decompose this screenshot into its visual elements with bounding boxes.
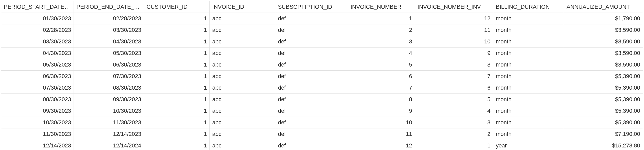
- table-cell[interactable]: abc: [209, 36, 275, 48]
- table-cell[interactable]: month: [493, 117, 564, 128]
- table-cell[interactable]: def: [275, 140, 348, 150]
- table-cell[interactable]: 05/30/2023: [1, 59, 74, 71]
- table-cell[interactable]: 10: [348, 117, 415, 128]
- table-cell[interactable]: month: [493, 82, 564, 94]
- table-cell[interactable]: $1,790.00: [564, 13, 643, 24]
- table-cell[interactable]: $5,390.00: [564, 117, 643, 128]
- table-cell[interactable]: 1: [144, 105, 209, 117]
- table-cell[interactable]: 09/30/2023: [1, 105, 74, 117]
- table-cell[interactable]: 03/30/2023: [74, 24, 144, 36]
- table-cell[interactable]: def: [275, 94, 348, 105]
- table-cell[interactable]: def: [275, 82, 348, 94]
- table-cell[interactable]: 11/30/2023: [74, 117, 144, 128]
- table-cell[interactable]: 8: [415, 59, 493, 71]
- table-cell[interactable]: $5,390.00: [564, 94, 643, 105]
- table-cell[interactable]: 08/30/2023: [1, 94, 74, 105]
- table-cell[interactable]: 11: [348, 128, 415, 140]
- table-cell[interactable]: 12/14/2023: [74, 128, 144, 140]
- table-cell[interactable]: abc: [209, 59, 275, 71]
- table-cell[interactable]: abc: [209, 128, 275, 140]
- table-cell[interactable]: 7: [348, 82, 415, 94]
- table-cell[interactable]: 6: [415, 82, 493, 94]
- table-cell[interactable]: def: [275, 24, 348, 36]
- table-cell[interactable]: month: [493, 94, 564, 105]
- column-header[interactable]: INVOICE_NUMBER_INV: [415, 1, 493, 13]
- table-cell[interactable]: 9: [415, 48, 493, 59]
- table-cell[interactable]: 1: [144, 82, 209, 94]
- table-cell[interactable]: abc: [209, 117, 275, 128]
- table-cell[interactable]: abc: [209, 94, 275, 105]
- table-cell[interactable]: 06/30/2023: [1, 71, 74, 82]
- table-cell[interactable]: abc: [209, 71, 275, 82]
- column-header[interactable]: PERIOD_START_DATE_CLEAN: [1, 1, 74, 13]
- table-cell[interactable]: abc: [209, 13, 275, 24]
- table-cell[interactable]: 1: [144, 48, 209, 59]
- table-cell[interactable]: 3: [348, 36, 415, 48]
- column-header[interactable]: INVOICE_NUMBER: [348, 1, 415, 13]
- table-cell[interactable]: month: [493, 48, 564, 59]
- table-cell[interactable]: $3,590.00: [564, 24, 643, 36]
- table-cell[interactable]: month: [493, 59, 564, 71]
- table-cell[interactable]: 4: [415, 105, 493, 117]
- table-cell[interactable]: 11/30/2023: [1, 128, 74, 140]
- table-cell[interactable]: 05/30/2023: [74, 48, 144, 59]
- table-cell[interactable]: 5: [415, 94, 493, 105]
- column-header[interactable]: BILLING_DURATION: [493, 1, 564, 13]
- table-cell[interactable]: abc: [209, 48, 275, 59]
- column-header[interactable]: INVOICE_ID: [209, 1, 275, 13]
- table-cell[interactable]: 1: [144, 24, 209, 36]
- table-cell[interactable]: 2: [415, 128, 493, 140]
- table-cell[interactable]: $5,390.00: [564, 71, 643, 82]
- table-cell[interactable]: 4: [348, 48, 415, 59]
- table-cell[interactable]: $5,390.00: [564, 105, 643, 117]
- table-cell[interactable]: 1: [144, 128, 209, 140]
- table-cell[interactable]: 03/30/2023: [1, 36, 74, 48]
- table-cell[interactable]: def: [275, 105, 348, 117]
- table-cell[interactable]: 04/30/2023: [74, 36, 144, 48]
- column-header[interactable]: PERIOD_END_DATE_CLEAN: [74, 1, 144, 13]
- table-cell[interactable]: 09/30/2023: [74, 94, 144, 105]
- table-cell[interactable]: 1: [144, 140, 209, 150]
- table-cell[interactable]: abc: [209, 24, 275, 36]
- table-cell[interactable]: 7: [415, 71, 493, 82]
- table-cell[interactable]: 1: [348, 13, 415, 24]
- table-cell[interactable]: def: [275, 59, 348, 71]
- table-cell[interactable]: $15,273.80: [564, 140, 643, 150]
- table-cell[interactable]: 9: [348, 105, 415, 117]
- table-cell[interactable]: 1: [144, 59, 209, 71]
- column-header[interactable]: CUSTOMER_ID: [144, 1, 209, 13]
- table-cell[interactable]: 5: [348, 59, 415, 71]
- table-cell[interactable]: month: [493, 36, 564, 48]
- table-cell[interactable]: 12/14/2024: [74, 140, 144, 150]
- table-cell[interactable]: 1: [144, 117, 209, 128]
- table-cell[interactable]: 08/30/2023: [74, 82, 144, 94]
- table-cell[interactable]: 6: [348, 71, 415, 82]
- table-cell[interactable]: 3: [415, 117, 493, 128]
- table-cell[interactable]: 07/30/2023: [1, 82, 74, 94]
- table-cell[interactable]: 10/30/2023: [1, 117, 74, 128]
- table-cell[interactable]: 10/30/2023: [74, 105, 144, 117]
- table-cell[interactable]: $3,590.00: [564, 36, 643, 48]
- table-cell[interactable]: $7,190.00: [564, 128, 643, 140]
- table-cell[interactable]: 12: [415, 13, 493, 24]
- table-cell[interactable]: abc: [209, 140, 275, 150]
- table-cell[interactable]: 12: [348, 140, 415, 150]
- table-cell[interactable]: month: [493, 128, 564, 140]
- table-cell[interactable]: $3,590.00: [564, 48, 643, 59]
- table-cell[interactable]: $3,590.00: [564, 59, 643, 71]
- table-cell[interactable]: def: [275, 48, 348, 59]
- table-cell[interactable]: def: [275, 13, 348, 24]
- table-cell[interactable]: 1: [144, 36, 209, 48]
- table-cell[interactable]: 07/30/2023: [74, 71, 144, 82]
- table-cell[interactable]: def: [275, 71, 348, 82]
- table-cell[interactable]: month: [493, 24, 564, 36]
- table-cell[interactable]: 06/30/2023: [74, 59, 144, 71]
- table-cell[interactable]: 04/30/2023: [1, 48, 74, 59]
- table-cell[interactable]: def: [275, 36, 348, 48]
- column-header[interactable]: ANNUALIZED_AMOUNT: [564, 1, 643, 13]
- table-cell[interactable]: month: [493, 105, 564, 117]
- column-header[interactable]: SUBSCPTIPTION_ID: [275, 1, 348, 13]
- table-cell[interactable]: abc: [209, 105, 275, 117]
- table-cell[interactable]: 11: [415, 24, 493, 36]
- table-cell[interactable]: 2: [348, 24, 415, 36]
